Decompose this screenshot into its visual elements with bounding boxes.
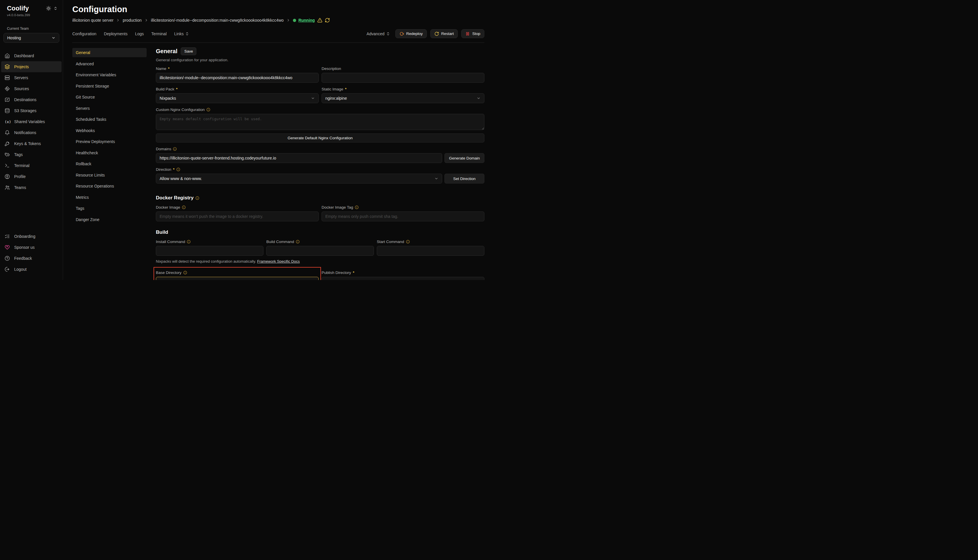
subnav-item-danger-zone[interactable]: Danger Zone bbox=[72, 215, 147, 224]
subnav-item-metrics[interactable]: Metrics bbox=[72, 193, 147, 202]
name-input[interactable] bbox=[156, 73, 319, 83]
info-icon[interactable] bbox=[176, 168, 180, 172]
subnav-item-scheduled-tasks[interactable]: Scheduled Tasks bbox=[72, 115, 147, 124]
sidebar-item-keys-tokens[interactable]: Keys & Tokens bbox=[1, 138, 62, 149]
section-subtitle: General configuration for your applicati… bbox=[156, 58, 484, 62]
subnav-item-rollback[interactable]: Rollback bbox=[72, 159, 147, 168]
sidebar-item-label: Feedback bbox=[14, 256, 32, 261]
info-icon[interactable] bbox=[296, 240, 299, 243]
tab-terminal[interactable]: Terminal bbox=[151, 32, 167, 36]
info-icon[interactable] bbox=[183, 271, 187, 275]
breadcrumb-environment[interactable]: production bbox=[123, 18, 141, 23]
running-status-link[interactable]: Running bbox=[298, 18, 315, 23]
build-pack-label: Build Pack* bbox=[156, 87, 319, 91]
bell-icon bbox=[5, 130, 10, 135]
breadcrumb-project[interactable]: illicitonion quote server bbox=[72, 18, 114, 23]
start-command-input[interactable] bbox=[377, 246, 484, 256]
sidebar-item-shared-variables[interactable]: (x) Shared Variables bbox=[1, 116, 62, 127]
sidebar-item-onboarding[interactable]: Onboarding bbox=[1, 231, 62, 242]
team-select-value: Hosting bbox=[7, 35, 21, 40]
generate-nginx-button[interactable]: Generate Default Nginx Configuration bbox=[156, 133, 484, 142]
description-label: Description bbox=[321, 67, 484, 71]
redeploy-label: Redeploy bbox=[406, 32, 423, 36]
theme-selector-chevrons-icon[interactable] bbox=[53, 7, 58, 10]
build-command-input[interactable] bbox=[266, 246, 374, 256]
advanced-dropdown[interactable]: Advanced bbox=[366, 32, 390, 36]
sidebar-item-terminal[interactable]: Terminal bbox=[1, 160, 62, 171]
domains-input[interactable] bbox=[156, 153, 442, 163]
description-input[interactable] bbox=[321, 73, 484, 83]
sidebar-item-dashboard[interactable]: Dashboard bbox=[1, 50, 62, 61]
install-command-input[interactable] bbox=[156, 246, 263, 256]
refresh-icon[interactable] bbox=[325, 18, 330, 23]
publish-directory-input[interactable] bbox=[321, 277, 484, 280]
redeploy-button[interactable]: Redeploy bbox=[395, 29, 427, 38]
info-icon[interactable] bbox=[196, 196, 199, 200]
sidebar-item-tags[interactable]: Tags bbox=[1, 149, 62, 160]
warning-triangle-icon[interactable] bbox=[317, 18, 323, 23]
sidebar-item-projects[interactable]: Projects bbox=[1, 61, 62, 72]
subnav-item-tags[interactable]: Tags bbox=[72, 204, 147, 213]
name-label: Name* bbox=[156, 67, 319, 71]
restart-button[interactable]: Restart bbox=[430, 29, 458, 38]
chevron-down-icon bbox=[52, 36, 55, 40]
custom-nginx-textarea[interactable] bbox=[156, 114, 484, 130]
sidebar-item-label: Shared Variables bbox=[14, 119, 45, 124]
subnav-item-webhooks[interactable]: Webhooks bbox=[72, 126, 147, 135]
sidebar-item-destinations[interactable]: Destinations bbox=[1, 94, 62, 105]
subnav-item-git-source[interactable]: Git Source bbox=[72, 92, 147, 102]
direction-select[interactable]: Allow www & non-www. bbox=[156, 174, 442, 183]
subnav-item-environment-variables[interactable]: Environment Variables bbox=[72, 70, 147, 80]
info-icon[interactable] bbox=[182, 205, 186, 209]
info-icon[interactable] bbox=[206, 108, 210, 112]
tab-logs[interactable]: Logs bbox=[135, 32, 144, 36]
tab-configuration[interactable]: Configuration bbox=[72, 32, 96, 36]
build-pack-select[interactable]: Nixpacks bbox=[156, 93, 319, 103]
custom-nginx-label: Custom Nginx Configuration bbox=[156, 107, 484, 112]
sidebar-item-notifications[interactable]: Notifications bbox=[1, 127, 62, 138]
set-direction-button[interactable]: Set Direction bbox=[445, 174, 484, 183]
info-icon[interactable] bbox=[406, 240, 410, 243]
subnav-item-general[interactable]: General bbox=[72, 48, 147, 57]
sidebar-item-sponsor-us[interactable]: Sponsor us bbox=[1, 242, 62, 253]
docker-image-input[interactable] bbox=[156, 212, 319, 221]
framework-docs-link[interactable]: Framework Specific Docs bbox=[257, 259, 299, 263]
chevrons-up-down-icon bbox=[185, 32, 189, 36]
sidebar-item-feedback[interactable]: Feedback bbox=[1, 253, 62, 264]
info-icon[interactable] bbox=[173, 147, 177, 151]
app-logo: Coolify bbox=[7, 5, 29, 12]
subnav-item-persistent-storage[interactable]: Persistent Storage bbox=[72, 82, 147, 91]
info-icon[interactable] bbox=[355, 205, 359, 209]
sun-icon[interactable] bbox=[46, 6, 51, 11]
sidebar-item-logout[interactable]: Logout bbox=[1, 264, 62, 275]
base-directory-label: Base Directory bbox=[156, 270, 319, 275]
sidebar-item-servers[interactable]: Servers bbox=[1, 72, 62, 83]
logout-icon bbox=[5, 267, 10, 272]
sidebar-item-teams[interactable]: Teams bbox=[1, 182, 62, 193]
sidebar-item-s3-storages[interactable]: S3 Storages bbox=[1, 105, 62, 116]
subnav-item-resource-operations[interactable]: Resource Operations bbox=[72, 182, 147, 191]
nixpacks-note: Nixpacks will detect the required config… bbox=[156, 259, 484, 263]
base-directory-input[interactable] bbox=[156, 277, 319, 280]
info-icon[interactable] bbox=[187, 240, 191, 243]
save-button[interactable]: Save bbox=[181, 47, 196, 55]
app-version: v4.0.0-beta.399 bbox=[0, 12, 63, 17]
generate-domain-button[interactable]: Generate Domain bbox=[445, 153, 484, 163]
subnav-item-healthcheck[interactable]: Healthcheck bbox=[72, 148, 147, 157]
subnav-item-advanced[interactable]: Advanced bbox=[72, 59, 147, 68]
sidebar-item-label: Servers bbox=[14, 75, 28, 80]
tab-links[interactable]: Links bbox=[174, 32, 189, 36]
restart-icon bbox=[434, 32, 439, 36]
subnav-item-resource-limits[interactable]: Resource Limits bbox=[72, 170, 147, 180]
sidebar-item-sources[interactable]: Sources bbox=[1, 83, 62, 94]
static-image-select[interactable]: nginx:alpine bbox=[321, 93, 484, 103]
subnav-item-preview-deployments[interactable]: Preview Deployments bbox=[72, 137, 147, 146]
breadcrumb-application[interactable]: illicitestonion/-module--decomposition:m… bbox=[151, 18, 284, 23]
subnav-item-servers[interactable]: Servers bbox=[72, 104, 147, 113]
docker-image-tag-input[interactable] bbox=[321, 212, 484, 221]
base-directory-annotation-box: Base Directory bbox=[154, 267, 321, 280]
tab-deployments[interactable]: Deployments bbox=[104, 32, 127, 36]
stop-button[interactable]: Stop bbox=[461, 29, 484, 38]
team-select[interactable]: Hosting bbox=[3, 33, 59, 43]
sidebar-item-profile[interactable]: Profile bbox=[1, 171, 62, 182]
